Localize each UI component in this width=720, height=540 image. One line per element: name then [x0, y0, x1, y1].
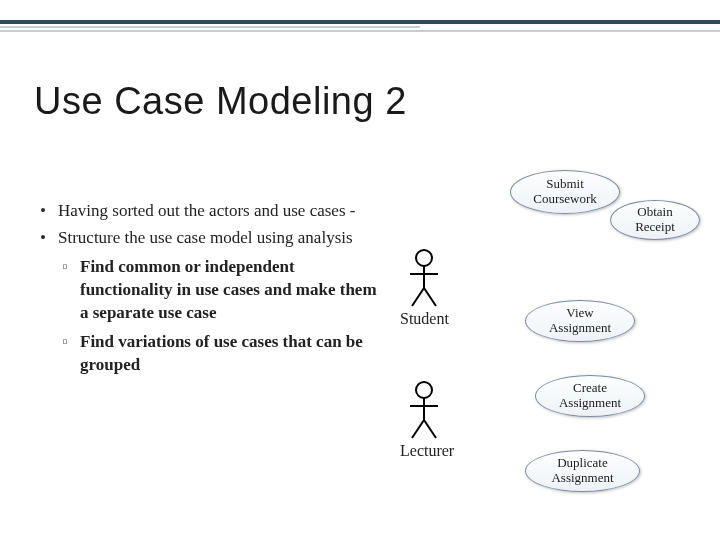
svg-line-3 — [412, 288, 424, 306]
sub-bullet-2: Find variations of use cases that can be… — [58, 331, 380, 377]
usecase-submit-coursework: Submit Coursework — [510, 170, 620, 214]
actor-student-label: Student — [400, 310, 448, 328]
decorative-rule-dark — [0, 20, 720, 24]
body-text: Having sorted out the actors and use cas… — [40, 200, 380, 383]
usecase-duplicate-assignment: Duplicate Assignment — [525, 450, 640, 492]
svg-line-4 — [424, 288, 436, 306]
slide-title: Use Case Modeling 2 — [34, 80, 407, 123]
decorative-rule-light-long — [0, 30, 720, 32]
usecase-view-assignment: View Assignment — [525, 300, 635, 342]
actor-lecturer-label: Lecturer — [400, 442, 448, 460]
actor-lecturer: Lecturer — [400, 380, 448, 460]
slide: Use Case Modeling 2 Having sorted out th… — [0, 0, 720, 540]
use-case-diagram: Student Lecturer Submit Coursework Obtai… — [380, 170, 710, 510]
bullet-1: Having sorted out the actors and use cas… — [40, 200, 380, 223]
bullet-2: Structure the use case model using analy… — [40, 227, 380, 377]
sub-bullet-1: Find common or independent functionality… — [58, 256, 380, 325]
bullet-2-text: Structure the use case model using analy… — [58, 228, 353, 247]
stick-figure-icon — [404, 248, 444, 308]
usecase-create-assignment: Create Assignment — [535, 375, 645, 417]
decorative-rule-light-short — [0, 26, 420, 28]
svg-point-0 — [416, 250, 432, 266]
actor-student: Student — [400, 248, 448, 328]
svg-point-5 — [416, 382, 432, 398]
usecase-obtain-receipt: Obtain Receipt — [610, 200, 700, 240]
svg-line-8 — [412, 420, 424, 438]
stick-figure-icon — [404, 380, 444, 440]
svg-line-9 — [424, 420, 436, 438]
